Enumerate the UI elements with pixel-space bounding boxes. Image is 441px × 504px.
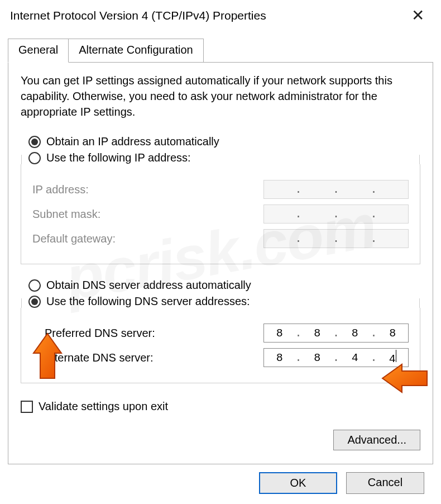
default-gateway-input: . . . xyxy=(263,229,409,248)
radio-label: Use the following DNS server addresses: xyxy=(46,295,250,308)
preferred-dns-input[interactable]: 8. 8. 8. 8 xyxy=(263,324,409,343)
button-bar: OK Cancel xyxy=(8,464,433,494)
dns-fields-group: Preferred DNS server: 8. 8. 8. 8 Alterna… xyxy=(21,308,420,383)
checkbox-label: Validate settings upon exit xyxy=(39,400,168,413)
tab-pane-general: You can get IP settings assigned automat… xyxy=(8,62,433,464)
tab-alternate[interactable]: Alternate Configuration xyxy=(69,39,204,63)
field-alternate-dns: Alternate DNS server: 8. 8. 4. 4 xyxy=(32,348,409,367)
field-preferred-dns: Preferred DNS server: 8. 8. 8. 8 xyxy=(32,324,409,343)
radio-icon xyxy=(28,279,41,292)
radio-use-ip-manual[interactable]: Use the following IP address: xyxy=(28,151,420,164)
checkbox-icon[interactable] xyxy=(21,401,33,413)
field-label: Subnet mask: xyxy=(32,208,100,221)
radio-obtain-dns-auto[interactable]: Obtain DNS server address automatically xyxy=(28,279,420,292)
description-text: You can get IP settings assigned automat… xyxy=(21,73,420,120)
ip-address-input: . . . xyxy=(263,180,409,199)
ip-fields-group: IP address: . . . Subnet mask: . . . D xyxy=(21,164,420,264)
radio-label: Use the following IP address: xyxy=(46,151,191,164)
advanced-button[interactable]: Advanced... xyxy=(333,430,420,450)
field-subnet-mask: Subnet mask: . . . xyxy=(32,205,409,224)
alternate-dns-input[interactable]: 8. 8. 4. 4 xyxy=(263,348,409,367)
ok-button[interactable]: OK xyxy=(259,472,337,494)
field-default-gateway: Default gateway: . . . xyxy=(32,229,409,248)
field-ip-address: IP address: . . . xyxy=(32,180,409,199)
radio-obtain-ip-auto[interactable]: Obtain an IP address automatically xyxy=(28,135,420,148)
titlebar: Internet Protocol Version 4 (TCP/IPv4) P… xyxy=(0,0,441,28)
field-label: IP address: xyxy=(32,183,89,196)
field-label: Alternate DNS server: xyxy=(32,351,154,364)
field-label: Preferred DNS server: xyxy=(32,327,155,340)
radio-use-dns-manual[interactable]: Use the following DNS server addresses: xyxy=(28,295,420,308)
tabstrip: General Alternate Configuration xyxy=(8,38,433,62)
window-title: Internet Protocol Version 4 (TCP/IPv4) P… xyxy=(10,9,266,22)
dialog-body: General Alternate Configuration You can … xyxy=(0,28,441,494)
tab-general[interactable]: General xyxy=(8,39,69,63)
close-button[interactable]: ✕ xyxy=(408,8,428,23)
radio-icon xyxy=(28,136,41,148)
cancel-button[interactable]: Cancel xyxy=(346,472,424,494)
radio-label: Obtain an IP address automatically xyxy=(46,135,219,148)
radio-icon xyxy=(28,296,41,308)
field-label: Default gateway: xyxy=(32,232,116,245)
radio-icon xyxy=(28,152,41,164)
radio-label: Obtain DNS server address automatically xyxy=(46,279,251,292)
subnet-mask-input: . . . xyxy=(263,205,409,224)
validate-checkbox-row[interactable]: Validate settings upon exit xyxy=(21,400,420,413)
cursor-octet[interactable]: 4 xyxy=(377,350,408,365)
